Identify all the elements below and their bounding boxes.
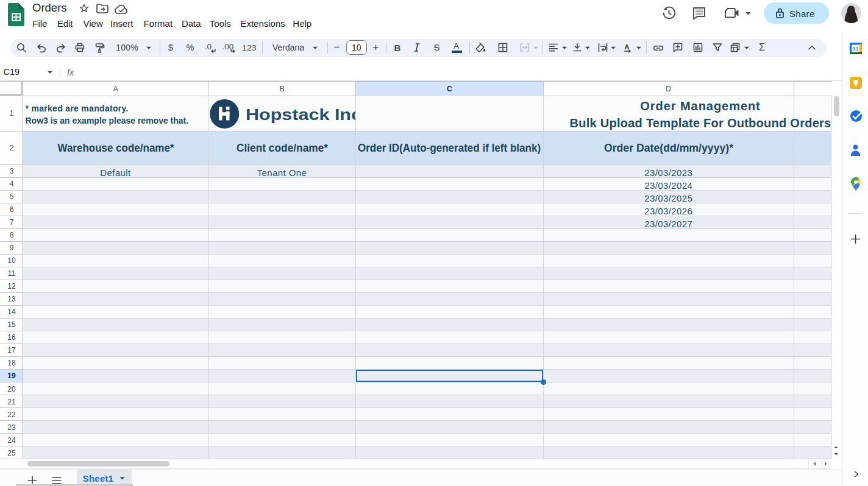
- svg-text:31: 31: [852, 45, 858, 51]
- svg-text:Hopstack Inc: Hopstack Inc: [246, 105, 355, 123]
- svg-text:A: A: [624, 43, 629, 50]
